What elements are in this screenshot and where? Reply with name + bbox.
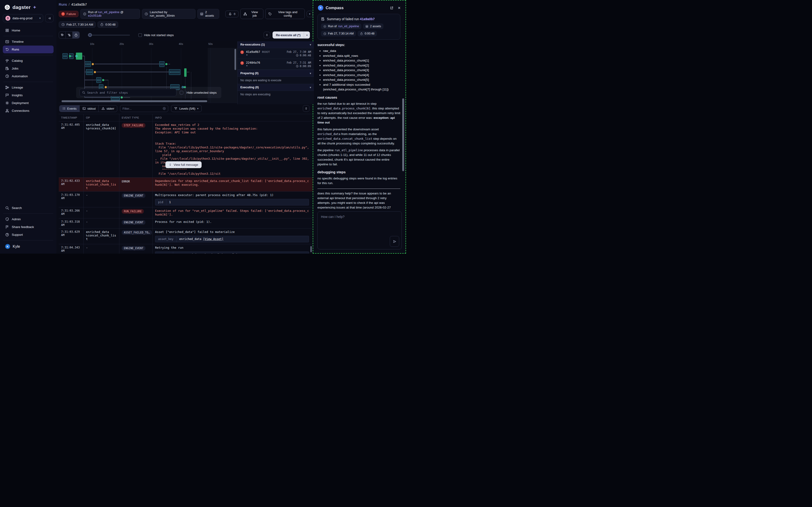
workspace-selector[interactable]: D data-eng-prod ▾ [3,14,43,22]
sidebar-item-home[interactable]: Home [3,26,54,34]
tab-stderr[interactable]: stderr [99,105,117,112]
log-sort-button[interactable] [303,105,310,112]
gantt-step-bar[interactable] [85,61,91,67]
commit-link[interactable]: e2c051db [88,14,102,17]
gantt-step-bar[interactable] [159,61,164,67]
alerts-button[interactable]: 0 [225,11,239,17]
sidebar-item-catalog[interactable]: Catalog [3,57,54,65]
expand-panel-button[interactable] [264,32,270,38]
sidebar-collapse-button[interactable] [45,14,54,22]
waterfall-view-button[interactable] [66,32,72,38]
reexecute-all-button[interactable]: Re-execute all (*) ▾ [273,32,310,39]
sidebar-item-timeline[interactable]: Timeline [3,38,54,46]
successful-step-item: enriched_data.process_chunk[5] [323,77,400,82]
event-row[interactable]: 7:31:03.170 AM-ENGINE_EVENTMultiprocess … [59,191,313,207]
event-row[interactable]: 7:31:03.629 AMenriched_data↳concat_chunk… [59,228,313,244]
event-info: Execution of run for "run_etl_pipeline" … [153,207,313,218]
assets-pill[interactable]: 2 assets [197,9,219,19]
slider-handle[interactable] [88,33,92,37]
reexecutions-panel: Re-executions (1)▾ !41a9a0b7ROOTFeb 27, … [237,41,314,104]
reexecute-all-label[interactable]: Re-execute all (*) [273,32,304,39]
pipeline-link[interactable]: run_etl_pipeline [338,25,359,28]
timed-view-button[interactable] [72,32,79,38]
open-external-icon[interactable] [389,5,394,11]
metadata-link[interactable]: 22484a76-dcd2-487b-aeb3-db3bece6cf2d [176,253,237,253]
sidebar-item-automation[interactable]: Automation [3,72,54,80]
view-tags-config-button[interactable]: View tags and config [265,9,305,19]
event-row[interactable]: 7:31:02.433 AMenriched_data↳concat_chunk… [59,177,313,191]
gantt-step-bar[interactable] [169,69,180,75]
clear-filter-icon[interactable] [163,107,166,110]
step-search-input[interactable] [87,91,174,95]
breadcrumb-runs-link[interactable]: Runs [59,2,67,6]
gantt-horizontal-scrollbar[interactable] [62,100,207,102]
reexecution-run-row[interactable]: !41a9a0b7ROOTFeb 27, 7:30 AM*0:00:48 [237,48,314,59]
hide-not-started-label: Hide not started steps [144,33,174,37]
section-header[interactable]: Preparing (0)▾ [237,70,314,77]
event-row[interactable]: 7:31:02.405 AMenriched_data↳process_chun… [59,121,313,177]
sidebar-item-lineage[interactable]: Lineage [3,83,54,91]
stopwatch-icon [360,32,363,35]
view-full-message-button[interactable]: View full message [165,161,202,168]
hide-unselected-checkbox[interactable] [180,91,183,95]
automation-icon [296,54,299,57]
reexecutions-header[interactable]: Re-executions (1)▾ [237,41,314,48]
sidebar-item-label: Connections [12,109,30,112]
section-header[interactable]: Executing (0)▾ [237,84,314,91]
home-icon [5,29,9,33]
sidebar-item-jobs[interactable]: Jobs [3,65,54,72]
logo[interactable]: dagster + [3,3,54,14]
reexecution-run-row[interactable]: !22484a76Feb 27, 7:31 AM*0:00:09 [237,59,314,70]
gantt-filter-overlay: Hide unselected steps [76,87,221,98]
sidebar-item-runs[interactable]: Runs [3,46,54,53]
gantt-step-bar[interactable] [62,53,68,59]
close-icon[interactable]: ✕ [396,5,402,11]
sidebar-item-share-feedback[interactable]: Share feedback [3,223,54,231]
admin-icon [5,217,9,221]
log-scrollbar[interactable] [310,246,312,252]
sidebar-item-deployment[interactable]: Deployment [3,99,54,107]
launched-by-pill[interactable]: Launched by run_assets_30min [142,9,196,19]
more-actions-button[interactable]: ▾ [307,11,313,17]
op-parent: - [86,193,117,197]
event-type-badge: ERROR [122,180,130,183]
tab-events[interactable]: Events [59,105,79,112]
pipeline-link[interactable]: run_etl_pipeline [98,10,120,14]
flat-view-button[interactable] [59,32,66,38]
chevron-down-icon: ▾ [197,107,199,110]
compass-scrollbar[interactable] [402,98,404,171]
info-line: Exception: API time out [155,130,310,134]
gantt-vertical-scrollbar[interactable] [234,49,236,70]
run-of-pill[interactable]: Run of run_etl_pipeline @ e2c051db [80,9,140,19]
event-row[interactable]: 7:31:03.266 AM-RUN_FAILUREExecution of r… [59,207,313,218]
sidebar-item-insights[interactable]: Insights [3,91,54,99]
grid-icon [200,12,204,16]
event-row[interactable]: 7:31:04.343 AM-ENGINE_EVENTRetrying the … [59,244,313,253]
log-filter-input[interactable] [122,107,161,110]
zoom-slider[interactable] [88,33,130,37]
gantt-step-bar[interactable] [96,77,101,83]
op-step: ↳concat_chunk_list [86,234,117,241]
log-filter-box[interactable] [120,105,168,112]
sidebar-item-search[interactable]: Search [3,204,54,212]
sidebar-item-connections[interactable]: Connections [3,107,54,115]
event-type: RUN_FAILURE [119,207,153,218]
send-button[interactable] [390,236,399,247]
sidebar-item-admin[interactable]: Admin [3,215,54,223]
view-job-button[interactable]: View job [240,9,263,19]
reexecute-options-button[interactable]: ▾ [304,32,310,39]
gantt-step-bar[interactable] [86,69,93,75]
metadata-link[interactable]: [View Asset] [203,237,223,241]
duration-pill: 0:00:48 [98,21,118,28]
sidebar-item-support[interactable]: Support [3,231,54,239]
message-divider [317,188,400,189]
hide-not-started-checkbox[interactable] [139,33,142,37]
gantt-success-bar[interactable] [184,68,186,77]
tab-stdout[interactable]: stdout [79,105,99,112]
user-menu[interactable]: K Kyle [3,242,54,251]
list-icon [62,107,65,110]
chat-input[interactable] [318,212,401,249]
levels-filter-button[interactable]: Levels (5/6) ▾ [171,105,201,112]
step-search-box[interactable] [79,89,176,96]
event-row[interactable]: 7:31:03.318 AM-ENGINE_EVENTProcess for r… [59,218,313,228]
